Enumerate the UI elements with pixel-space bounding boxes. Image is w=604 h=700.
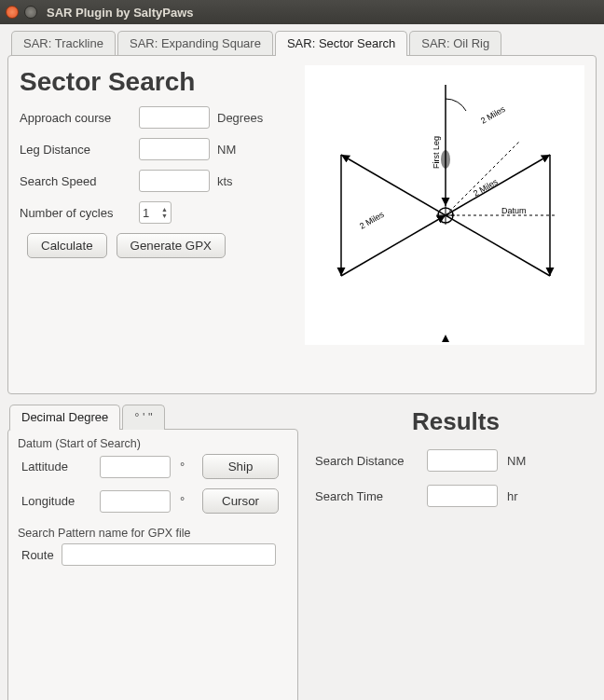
diagram-2miles-b: 2 Miles [472, 177, 500, 199]
approach-input[interactable] [139, 106, 210, 129]
diagram-first-leg-label: First Leg [432, 136, 441, 169]
search-distance-label: Search Distance [315, 454, 418, 468]
results-panel: Results Search Distance NM Search Time h… [315, 404, 597, 700]
approach-unit: Degrees [217, 111, 263, 125]
datum-panel: Datum (Start of Search) Lattitude ° Ship… [7, 429, 298, 700]
tab-expanding-square[interactable]: SAR: Expanding Square [117, 31, 273, 56]
lat-unit: ° [180, 460, 197, 474]
route-input[interactable] [62, 543, 276, 566]
search-distance-output [427, 449, 498, 472]
cycles-stepper[interactable]: 1 ▲ ▼ [139, 201, 172, 224]
cursor-button[interactable]: Cursor [202, 488, 279, 514]
lat-label: Lattitude [21, 460, 94, 474]
window-titlebar: SAR Plugin by SaltyPaws [0, 0, 604, 24]
close-icon[interactable] [6, 6, 19, 19]
diagram-datum-label: Datum [501, 206, 527, 215]
tab-trackline[interactable]: SAR: Trackline [11, 31, 116, 56]
tab-dms[interactable]: ° ' " [122, 405, 165, 430]
calculate-button[interactable]: Calculate [27, 233, 107, 258]
approach-label: Approach course [20, 111, 131, 125]
tab-sector-search[interactable]: SAR: Sector Search [275, 31, 407, 56]
tab-oil-rig[interactable]: SAR: Oil Rig [409, 31, 501, 56]
speed-label: Search Speed [20, 174, 131, 188]
search-distance-unit: NM [507, 454, 526, 468]
gpx-group-label: Search Pattern name for GPX file [18, 527, 290, 540]
diagram-2miles-c: 2 Miles [358, 210, 386, 231]
window-title: SAR Plugin by SaltyPaws [47, 6, 194, 20]
generate-gpx-button[interactable]: Generate GPX [117, 233, 226, 258]
datum-group-label: Datum (Start of Search) [18, 437, 290, 450]
search-time-label: Search Time [315, 489, 418, 503]
cycles-label: Number of cycles [20, 206, 131, 220]
search-time-unit: hr [507, 489, 518, 503]
tab-decimal-degree[interactable]: Decimal Degree [9, 405, 120, 430]
chevron-up-icon[interactable]: ▲ [161, 206, 168, 213]
coord-tabbar: Decimal Degree ° ' " [7, 404, 298, 429]
lon-unit: ° [180, 494, 197, 508]
lat-input[interactable] [100, 456, 171, 478]
sector-diagram: First Leg 2 Miles 2 Miles 2 Miles Datum [305, 65, 584, 345]
minimize-icon[interactable] [24, 6, 37, 19]
leg-label: Leg Distance [20, 143, 131, 157]
results-heading: Results [315, 407, 597, 436]
ship-button[interactable]: Ship [202, 454, 279, 479]
sector-heading: Sector Search [20, 67, 290, 97]
lon-input[interactable] [100, 490, 171, 513]
leg-input[interactable] [139, 138, 210, 160]
main-tabbar: SAR: Trackline SAR: Expanding Square SAR… [7, 30, 597, 55]
lon-label: Longitude [21, 494, 94, 508]
chevron-down-icon[interactable]: ▼ [161, 213, 168, 219]
leg-unit: NM [217, 143, 236, 157]
cycles-value: 1 [143, 206, 158, 220]
svg-line-9 [341, 215, 446, 276]
search-time-output [427, 485, 498, 507]
speed-input[interactable] [139, 170, 210, 192]
speed-unit: kts [217, 174, 233, 188]
diagram-2miles-a: 2 Miles [479, 104, 507, 126]
route-label: Route [21, 548, 54, 562]
sector-panel: Sector Search Approach course Degrees Le… [7, 55, 597, 394]
